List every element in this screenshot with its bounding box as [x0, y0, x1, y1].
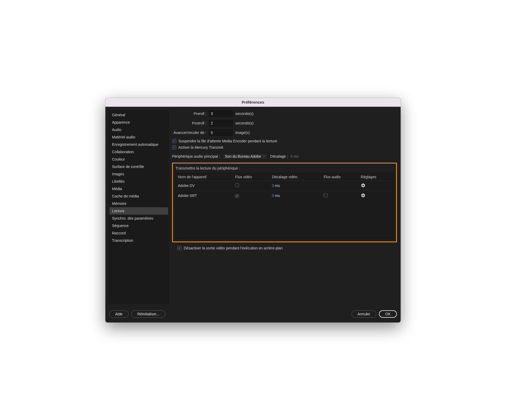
transmit-header-row: Nom de l'appareil Flux vidéo Décalage vi… [176, 173, 393, 181]
sidebar-item-libell-s[interactable]: Libellés [109, 178, 168, 185]
sidebar: GénéralApparenceAudioMatériel audioEnreg… [109, 110, 168, 303]
preroll-label: Preroll : [172, 112, 206, 116]
cancel-button[interactable]: Annuler [352, 310, 376, 318]
video-offset-cell: 0 ms [270, 191, 322, 201]
titlebar: Préférences [105, 98, 401, 107]
audio-device-row: Périphérique audio principal : Son du Bu… [172, 153, 397, 160]
audio-device-value: Son du Bureau Adobe [225, 154, 261, 158]
transmit-row: Adobe DV0 ms [176, 181, 393, 191]
preferences-window: Préférences GénéralApparenceAudioMatérie… [105, 98, 401, 322]
postroll-label: Postroll : [172, 121, 206, 125]
main-panel: Preroll : seconde(s) Postroll : seconde(… [172, 110, 397, 303]
preroll-row: Preroll : seconde(s) [172, 110, 397, 117]
audio-offset-label: Décalage : [270, 154, 288, 158]
postroll-unit: seconde(s) [235, 121, 254, 125]
sidebar-item-audio[interactable]: Audio [109, 126, 168, 133]
sidebar-item-images[interactable]: Images [109, 170, 168, 178]
footer: Aide Réinitialiser... Annuler OK [105, 307, 401, 322]
audio-device-select[interactable]: Son du Bureau Adobe ﹀ [222, 153, 267, 160]
video-flux-checkbox[interactable] [235, 194, 239, 198]
col-settings: Réglages [359, 173, 393, 181]
sidebar-item-cache-de-m-dia[interactable]: Cache de média [109, 192, 168, 200]
sidebar-item-collaboration[interactable]: Collaboration [109, 148, 168, 156]
video-offset-cell: 0 ms [270, 181, 322, 191]
bg-video-row: Désactiver la sortie vidéo pendant l'exé… [177, 246, 397, 250]
gear-icon[interactable] [361, 183, 366, 188]
step-unit: image(s) [235, 131, 250, 135]
sidebar-item-raccord[interactable]: Raccord [109, 229, 168, 237]
sidebar-item-lecture[interactable]: Lecture [109, 207, 168, 215]
transmit-highlight-frame: Transmettre la lecture du périphérique :… [172, 163, 397, 242]
postroll-row: Postroll : seconde(s) [172, 120, 397, 126]
col-video-offset: Décalage vidéo [270, 173, 322, 181]
step-label: Avancer/reculer de : [172, 131, 206, 135]
pause-me-row: Suspendre la file d'attente Media Encode… [172, 139, 397, 143]
step-input[interactable] [209, 129, 233, 136]
video-offset-unit: ms [274, 194, 280, 198]
gear-icon[interactable] [361, 193, 366, 198]
sidebar-item-transcription[interactable]: Transcription [109, 237, 168, 244]
device-name: Adobe DV [176, 181, 233, 191]
chevron-down-icon: ﹀ [263, 154, 266, 158]
mercury-row: Activer la Mercury Transmit [172, 145, 397, 149]
sidebar-item-s-quence[interactable]: Séquence [109, 222, 168, 229]
bg-video-label: Désactiver la sortie vidéo pendant l'exé… [184, 246, 283, 250]
mercury-label: Activer la Mercury Transmit [178, 145, 223, 149]
settings-cell [359, 181, 393, 191]
help-button[interactable]: Aide [109, 310, 129, 318]
ok-button[interactable]: OK [379, 310, 397, 318]
device-name: Adobe SRT [176, 191, 233, 201]
sidebar-item-couleur[interactable]: Couleur [109, 156, 168, 163]
sidebar-item-m-dia[interactable]: Média [109, 185, 168, 192]
col-audio-flux: Flux audio [322, 173, 359, 181]
pause-me-checkbox[interactable] [172, 139, 176, 143]
settings-cell [359, 191, 393, 201]
audio-flux-cell [322, 181, 359, 191]
reset-button[interactable]: Réinitialiser... [131, 310, 165, 318]
transmit-row: Adobe SRT0 ms [176, 191, 393, 201]
step-row: Avancer/reculer de : image(s) [172, 129, 397, 136]
sidebar-item-surface-de-contr-le[interactable]: Surface de contrôle [109, 163, 168, 170]
window-title: Préférences [242, 100, 264, 104]
transmit-section-label: Transmettre la lecture du périphérique : [176, 166, 393, 170]
sidebar-item-enregistrement-automatique[interactable]: Enregistrement automatique [109, 141, 168, 148]
video-offset-unit: ms [274, 184, 280, 188]
sidebar-item-m-moire[interactable]: Mémoire [109, 200, 168, 207]
sidebar-item-g-n-ral[interactable]: Général [109, 111, 168, 119]
video-flux-cell [233, 181, 270, 191]
audio-flux-cell [322, 191, 359, 201]
col-video-flux: Flux vidéo [233, 173, 270, 181]
transmit-table: Nom de l'appareil Flux vidéo Décalage vi… [176, 173, 393, 201]
video-flux-checkbox[interactable] [235, 183, 239, 187]
preroll-input[interactable] [209, 110, 233, 117]
pause-me-label: Suspendre la file d'attente Media Encode… [178, 139, 277, 143]
preroll-unit: seconde(s) [235, 112, 254, 116]
bg-video-checkbox[interactable] [177, 246, 182, 250]
transmit-table-box: Nom de l'appareil Flux vidéo Décalage vi… [176, 173, 393, 239]
sidebar-item-apparence[interactable]: Apparence [109, 119, 168, 126]
postroll-input[interactable] [209, 120, 233, 126]
audio-device-label: Périphérique audio principal : [172, 154, 220, 158]
audio-flux-checkbox[interactable] [324, 193, 328, 197]
sidebar-item-synchro-des-param-tres[interactable]: Synchro. des paramètres [109, 215, 168, 222]
window-body: GénéralApparenceAudioMatériel audioEnreg… [105, 107, 401, 307]
audio-offset-value: 0 ms [290, 154, 298, 158]
sidebar-item-mat-riel-audio[interactable]: Matériel audio [109, 133, 168, 141]
video-flux-cell [233, 191, 270, 201]
mercury-checkbox[interactable] [172, 145, 176, 149]
col-name: Nom de l'appareil [176, 173, 233, 181]
